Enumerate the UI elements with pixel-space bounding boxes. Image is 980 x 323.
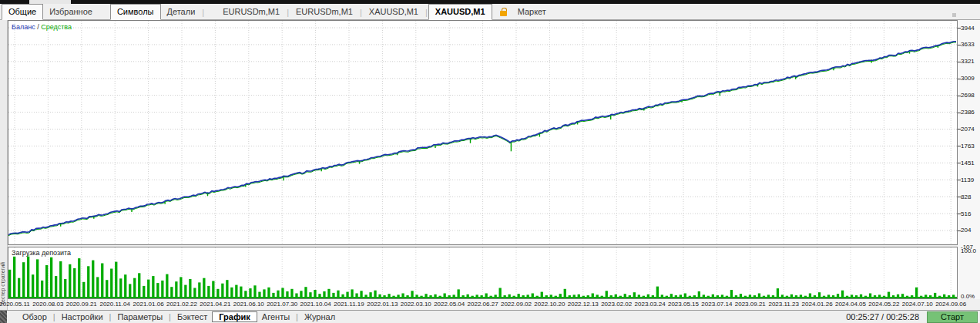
y-axis-label: 3321	[961, 59, 980, 65]
legend-equity-label: Средства	[41, 23, 72, 31]
x-axis-date-label: 2024.01.26	[800, 301, 835, 308]
x-axis-date-label: 2021.11.19	[331, 301, 367, 308]
x-axis-date-label: 2020.11.04	[97, 301, 133, 308]
x-axis-date-label: 2023.09.21	[733, 301, 768, 308]
x-axis-date-label: 2021.01.06	[131, 301, 166, 308]
chart-tab-xauusd-1[interactable]: XAUUSD,M1	[363, 5, 425, 19]
y-axis-tick	[958, 62, 961, 62]
tab-simvoly[interactable]: Символы	[110, 4, 161, 20]
grip-icon[interactable]	[0, 311, 7, 323]
tab-market[interactable]: Маркет	[512, 5, 552, 19]
x-axis-date-label: 2020.08.03	[30, 301, 65, 308]
tab-detali[interactable]: Детали	[161, 5, 202, 19]
x-axis-date-label: 2020.09.21	[64, 301, 99, 308]
tester-side-strip: Тестер стратегий	[0, 20, 8, 310]
y-axis-label: 2386	[961, 109, 980, 116]
x-axis-date-label: 2022.05.04	[431, 301, 467, 308]
y-axis-label: 1763	[961, 143, 980, 150]
x-axis-date-label: 2021.04.21	[197, 301, 233, 308]
x-axis-date-label: 2024.04.05	[833, 301, 868, 308]
y-axis-label: 3633	[961, 42, 980, 48]
x-axis-date-label: 2021.10.04	[298, 301, 334, 308]
y-axis-label: 1451	[961, 160, 980, 167]
x-axis-date-label: 2022.01.13	[364, 301, 400, 308]
tab-separator: |	[108, 312, 113, 321]
date-axis: 2020.05.112020.08.032020.09.212020.11.04…	[8, 299, 958, 310]
chart-tab-eurusdm-2[interactable]: EURUSDm,M1	[290, 5, 359, 19]
tab-izbrannoe[interactable]: Избранное	[43, 5, 99, 19]
x-axis-date-label: 2023.05.15	[666, 301, 701, 308]
y-axis-label: 828	[961, 194, 980, 200]
y-axis-label: 2698	[961, 93, 980, 99]
y-axis-tick	[958, 96, 961, 96]
y-axis-tick	[958, 146, 961, 146]
y-axis-tick	[958, 113, 961, 113]
x-axis-date-label: 2023.11.23	[766, 301, 801, 308]
strategy-tester-window: Общие Избранное Символы Детали | EURUSDm…	[0, 0, 980, 323]
x-axis-date-label: 2022.09.02	[498, 301, 534, 308]
x-axis-date-label: 2021.02.22	[164, 301, 200, 308]
y-axis-tick	[958, 45, 961, 45]
x-axis-date-label: 2024.09.06	[933, 301, 968, 308]
tab-separator: |	[294, 312, 300, 321]
y-axis-tick	[958, 180, 961, 180]
y-axis-label: 1139	[961, 177, 980, 183]
y-axis-label: -107	[961, 244, 980, 251]
x-axis-date-label: 2021.07.30	[264, 301, 300, 308]
tester-tab-grafik[interactable]: График	[212, 311, 257, 322]
y-axis-tick	[958, 79, 961, 79]
chart-tab-xauusd-active[interactable]: XAUUSD,M1	[428, 4, 492, 20]
tester-tab-zhurnal[interactable]: Журнал	[300, 311, 340, 322]
x-axis-date-label: 2022.06.27	[465, 301, 501, 308]
y-axis-tick	[958, 129, 961, 130]
top-tab-bar: Общие Избранное Символы Детали | EURUSDm…	[0, 4, 980, 20]
y-axis-label: 516	[961, 211, 980, 217]
x-axis-date-label: 2024.05.22	[866, 301, 901, 308]
x-axis-date-label: 2022.10.20	[532, 301, 567, 308]
tab-separator: |	[201, 8, 205, 19]
y-axis-tick	[958, 197, 961, 197]
deposit-load-panel: Загрузка депозита	[8, 247, 958, 299]
status-right-group: 00:25:27 / 00:25:28 Старт	[846, 311, 980, 323]
balance-curve-canvas	[8, 21, 957, 244]
x-axis-date-label: 2021.06.10	[231, 301, 267, 308]
x-axis-date-label: 2023.07.14	[699, 301, 734, 308]
balance-equity-chart: Баланс / Средства	[8, 20, 958, 245]
x-axis-date-label: 2023.02.02	[599, 301, 634, 308]
y-axis-label: 3009	[961, 76, 980, 82]
y-axis-label: 3944	[961, 25, 980, 32]
elapsed-time: 00:25:27 / 00:25:28	[846, 312, 919, 321]
y-axis-label: 204	[961, 227, 980, 234]
tester-tab-strip: Обзор | Настройки | Параметры | Бэктест …	[18, 311, 340, 322]
y-axis-tick	[958, 163, 961, 163]
chart-legend: Баланс / Средства	[12, 23, 72, 31]
y-axis-tick	[958, 28, 961, 29]
tab-separator: |	[167, 312, 173, 321]
deposit-load-bars-canvas	[8, 247, 957, 298]
tester-tab-parametry[interactable]: Параметры	[112, 311, 167, 322]
tester-tab-backtest[interactable]: Бэктест	[173, 311, 212, 322]
x-axis-date-label: 2024.07.10	[900, 301, 935, 308]
tester-tab-nastroyki[interactable]: Настройки	[57, 311, 108, 322]
start-button[interactable]: Старт	[927, 311, 978, 323]
legend-balance-label: Баланс	[12, 23, 35, 31]
deposit-load-title: Загрузка депозита	[12, 249, 71, 257]
lock-icon	[500, 8, 508, 16]
tester-tab-agenty[interactable]: Агенты	[257, 311, 294, 322]
x-axis-date-label: 2020.05.11	[0, 301, 32, 308]
x-axis-date-label: 2022.03.10	[398, 301, 434, 308]
y-axis-tick	[958, 214, 961, 214]
deposit-axis-min-label: 0.0%	[961, 294, 980, 300]
tester-panel-vertical-label: Тестер стратегий	[0, 262, 5, 305]
x-axis-date-label: 2023.03.24	[633, 301, 668, 308]
tab-obschie[interactable]: Общие	[2, 4, 43, 20]
tabbar-overflow-icon[interactable]	[952, 13, 956, 17]
tester-status-bar: Обзор | Настройки | Параметры | Бэктест …	[0, 310, 980, 323]
chart-tab-eurusdm-1[interactable]: EURUSDm,M1	[216, 5, 286, 19]
y-axis-tick	[958, 230, 961, 231]
tab-separator: |	[52, 312, 57, 321]
x-axis-date-label: 2022.12.13	[566, 301, 601, 308]
tester-tab-obzor[interactable]: Обзор	[18, 311, 52, 322]
y-axis-label: 2074	[961, 126, 980, 133]
